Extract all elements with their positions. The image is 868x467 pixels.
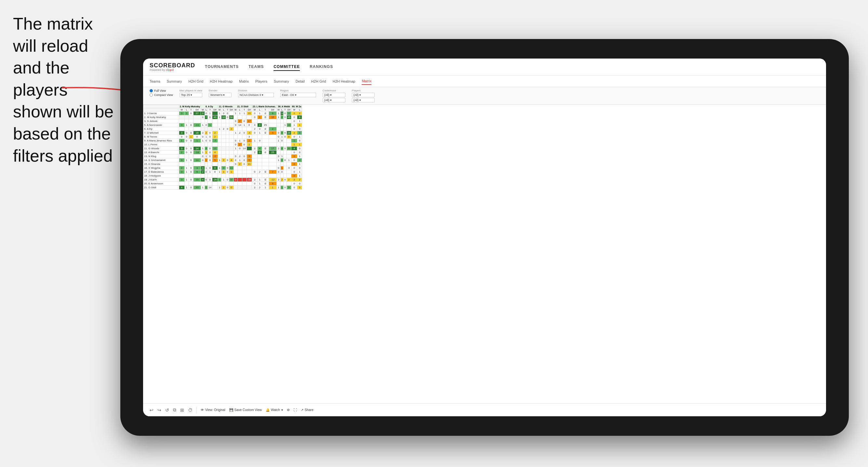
matrix-cell: 4 xyxy=(179,186,185,190)
matrix-cell: 2 xyxy=(297,178,302,182)
matrix-cell xyxy=(262,154,269,158)
matrix-cell xyxy=(218,123,221,127)
region-select[interactable]: East - DII ▾ xyxy=(280,93,316,97)
matrix-cell: 0 xyxy=(277,154,281,158)
subnav-h2hgrid1[interactable]: H2H Grid xyxy=(188,78,203,85)
matrix-cell: 0 xyxy=(252,182,257,186)
subnav-h2hgrid2[interactable]: H2H Grid xyxy=(311,78,326,85)
players-select2[interactable]: (All) ▾ xyxy=(352,98,375,102)
conference-select1[interactable]: (All) ▾ xyxy=(322,93,345,97)
matrix-cell: 2 xyxy=(201,170,205,174)
matrix-cell xyxy=(280,162,283,166)
matrix-cell xyxy=(212,182,218,186)
subnav-matrix2[interactable]: Matrix xyxy=(362,78,371,85)
matrix-cell: 2 xyxy=(212,135,218,139)
matrix-cell: 2 xyxy=(221,158,226,162)
subnav-h2hheatmap2[interactable]: H2H Heatmap xyxy=(333,78,355,85)
subnav-summary1[interactable]: Summary xyxy=(166,78,182,85)
gender-filter: Gender Women's ▾ xyxy=(209,89,231,97)
toolbar-icon1[interactable]: ⚙ xyxy=(287,408,290,412)
nav-tournaments[interactable]: TOURNAMENTS xyxy=(205,63,239,71)
matrix-cell xyxy=(252,135,257,139)
refresh-icon[interactable]: ↺ xyxy=(165,407,169,413)
matrix-cell xyxy=(201,127,205,131)
subnav-detail[interactable]: Detail xyxy=(296,78,305,85)
share-btn[interactable]: ↗ Share xyxy=(301,408,313,412)
matrix-cell: 0 xyxy=(208,116,212,119)
matrix-table: 2. M Kelly Mulcahy 6. A Dy 11. G Woods 2… xyxy=(143,105,302,190)
subnav-players[interactable]: Players xyxy=(255,78,267,85)
matrix-cell xyxy=(262,139,269,143)
subnav-teams[interactable]: Teams xyxy=(150,78,160,85)
player-name-cell: 3. S Jelinek xyxy=(144,119,179,123)
full-view-option[interactable]: Full View xyxy=(150,89,173,92)
matrix-cell xyxy=(257,143,262,147)
table-row: 14. S Srichantamit3101401051204010510010… xyxy=(144,158,302,162)
matrix-cell: 40 xyxy=(212,116,218,119)
subnav-summary2[interactable]: Summary xyxy=(274,78,289,85)
matrix-cell xyxy=(257,135,262,139)
view-original-btn[interactable]: 👁 View: Original xyxy=(201,408,225,412)
matrix-cell: 0 xyxy=(184,147,189,151)
matrix-cell xyxy=(218,174,221,178)
matrix-cell: 0 xyxy=(297,158,302,162)
conference-select2[interactable]: (All) ▾ xyxy=(322,98,345,102)
matrix-cell: 1 xyxy=(218,186,221,190)
matrix-cell xyxy=(286,139,291,143)
matrix-cell: 0 xyxy=(208,135,212,139)
matrix-cell: 1 xyxy=(179,139,185,143)
matrix-cell xyxy=(201,162,205,166)
matrix-cell: 1 xyxy=(218,170,221,174)
matrix-cell xyxy=(226,123,229,127)
matrix-cell xyxy=(257,166,262,170)
undo-icon[interactable]: ↩ xyxy=(150,407,154,413)
matrix-cell: 0 xyxy=(284,135,286,139)
matrix-cell xyxy=(189,127,193,131)
matrix-cell: 1 xyxy=(218,158,221,162)
toolbar-icon2[interactable]: ⛶ xyxy=(294,408,297,412)
full-view-radio[interactable] xyxy=(150,89,153,92)
zoom-icon[interactable]: ⊞ xyxy=(180,407,184,413)
watch-btn[interactable]: 🔔 Watch ▾ xyxy=(266,408,283,412)
compact-view-option[interactable]: Compact View xyxy=(150,93,173,97)
matrix-cell xyxy=(221,154,226,158)
nav-teams[interactable]: TEAMS xyxy=(248,63,264,71)
matrix-cell: 3 xyxy=(179,131,185,135)
division-select[interactable]: NCAA Division II ▾ xyxy=(238,93,274,97)
matrix-cell xyxy=(269,135,276,139)
compact-view-radio[interactable] xyxy=(150,93,153,97)
matrix-cell: 1 xyxy=(193,139,201,143)
matrix-cell xyxy=(284,119,286,123)
matrix-cell: 0 xyxy=(226,186,229,190)
matrix-cell: 2 xyxy=(238,154,242,158)
matrix-cell xyxy=(247,170,252,174)
matrix-cell: 3 xyxy=(297,186,302,190)
subnav-h2hheatmap1[interactable]: H2H Heatmap xyxy=(210,78,232,85)
players-select1[interactable]: (All) ▾ xyxy=(352,93,375,97)
nav-rankings[interactable]: RANKINGS xyxy=(310,63,333,71)
matrix-cell xyxy=(269,119,276,123)
matrix-cell: 4 xyxy=(212,151,218,154)
matrix-cell xyxy=(208,119,212,123)
save-custom-view-btn[interactable]: 💾 Save Custom View xyxy=(229,408,262,412)
clock-icon[interactable]: ⏱ xyxy=(188,407,192,413)
matrix-cell: 0 xyxy=(262,112,269,116)
matrix-cell: 0 xyxy=(205,178,208,182)
matrix-cell: 3 xyxy=(179,170,185,174)
max-players-select[interactable]: Top 25 ▾ xyxy=(180,93,202,97)
matrix-cell: 1 xyxy=(234,147,238,151)
nav-items: TOURNAMENTS TEAMS COMMITTEE RANKINGS xyxy=(205,63,333,71)
gender-select[interactable]: Women's ▾ xyxy=(209,93,231,97)
matrix-cell: 1 xyxy=(218,166,221,170)
matrix-cell: 1 xyxy=(257,182,262,186)
matrix-cell xyxy=(201,119,205,123)
copy-icon[interactable]: ⧉ xyxy=(173,407,176,413)
matrix-cell: 0 xyxy=(297,139,302,143)
matrix-cell: 2 xyxy=(252,127,257,131)
nav-committee[interactable]: COMMITTEE xyxy=(274,63,300,71)
table-row: 7. O Mitchell300182202120-401040402423 xyxy=(144,131,302,135)
matrix-cell: 2 xyxy=(229,127,234,131)
matrix-cell xyxy=(286,127,291,131)
redo-icon[interactable]: ↪ xyxy=(157,407,161,413)
subnav-matrix1[interactable]: Matrix xyxy=(239,78,249,85)
